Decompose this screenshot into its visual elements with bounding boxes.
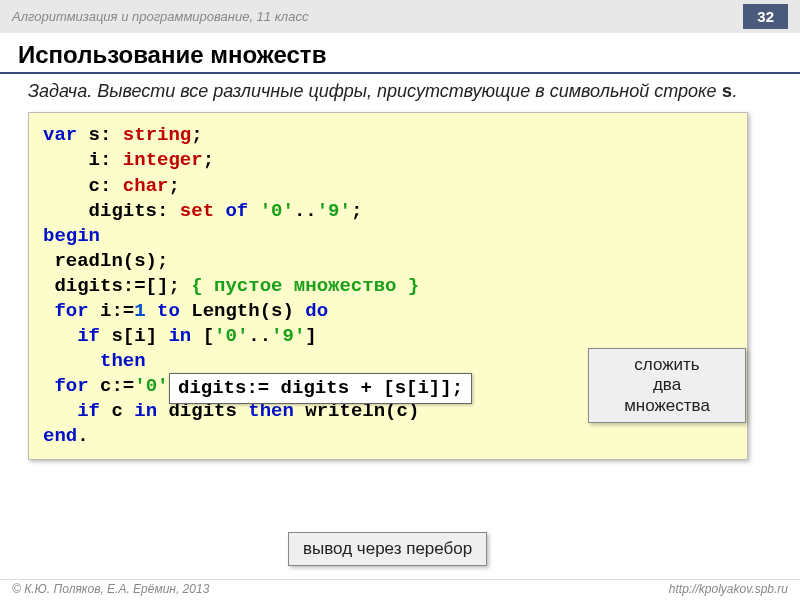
callout-merge: сложить два множества [588,348,746,423]
code-line: c: char; [43,174,733,199]
code-line: end. [43,424,733,449]
slide-footer: © К.Ю. Поляков, Е.А. Ерёмин, 2013 http:/… [0,579,800,598]
inline-code-box: digits:= digits + [s[i]]; [169,373,472,404]
code-line: begin [43,224,733,249]
task-label: Задача [28,81,87,101]
code-line: digits: set of '0'..'9'; [43,199,733,224]
code-line: digits:=[]; { пустое множество } [43,274,733,299]
copyright: © К.Ю. Поляков, Е.А. Ерёмин, 2013 [12,582,209,596]
slide-title: Использование множеств [0,33,800,74]
slide-header: Алгоритмизация и программирование, 11 кл… [0,0,800,33]
task-text: Задача. Вывести все различные цифры, при… [0,80,800,104]
code-line: if s[i] in ['0'..'9'] [43,324,733,349]
url: http://kpolyakov.spb.ru [669,582,788,596]
page-number: 32 [743,4,788,29]
code-line: readln(s); [43,249,733,274]
code-line: for i:=1 to Length(s) do [43,299,733,324]
code-line: var s: string; [43,123,733,148]
code-var: s [722,82,733,102]
callout-output: вывод через перебор [288,532,487,566]
subject-text: Алгоритмизация и программирование, 11 кл… [12,9,308,24]
code-line: i: integer; [43,148,733,173]
